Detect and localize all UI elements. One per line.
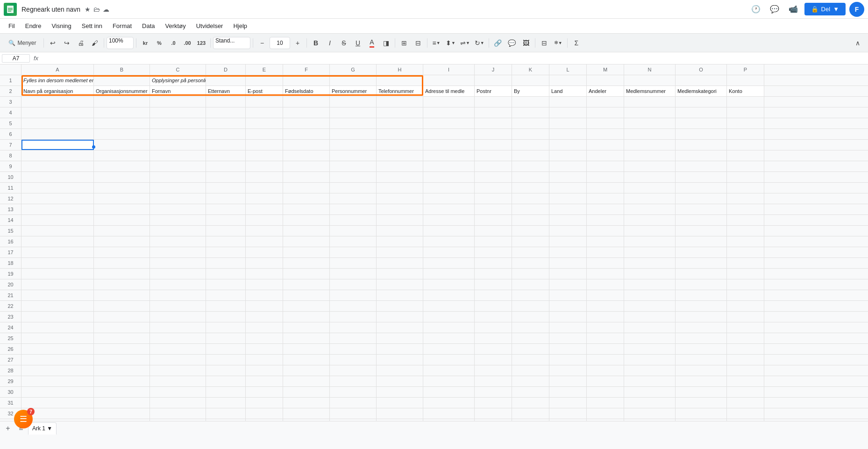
cell-N7[interactable] [624,140,676,150]
cell-P1[interactable] [727,75,764,86]
cell-M4[interactable] [587,107,624,118]
cell-H20[interactable] [377,279,423,290]
cell-K19[interactable] [512,269,549,279]
cell-M13[interactable] [587,204,624,214]
cell-O27[interactable] [676,355,727,365]
cell-I11[interactable] [423,183,475,193]
cell-I5[interactable] [423,118,475,128]
cell-J16[interactable] [475,236,512,247]
cell-M16[interactable] [587,236,624,247]
cell-A29[interactable] [21,376,94,386]
cell-C30[interactable] [150,387,206,397]
cell-B22[interactable] [94,301,150,311]
merge-button[interactable]: ⊟ [412,36,425,50]
cell-E16[interactable] [246,236,283,247]
cell-F21[interactable] [283,290,330,300]
menu-verktoy[interactable]: Verktøy [161,21,191,31]
cell-J9[interactable] [475,161,512,171]
cell-M8[interactable] [587,150,624,161]
cell-B8[interactable] [94,150,150,161]
formula-input[interactable] [42,55,866,62]
cell-D23[interactable] [206,312,246,322]
cell-C21[interactable] [150,290,206,300]
cell-E3[interactable] [246,97,283,107]
cell-P28[interactable] [727,365,764,376]
cell-C18[interactable] [150,258,206,268]
cell-F25[interactable] [283,333,330,343]
cell-B29[interactable] [94,376,150,386]
cell-E7[interactable] [246,140,283,150]
cell-M26[interactable] [587,344,624,354]
cell-N5[interactable] [624,118,676,128]
cell-P9[interactable] [727,161,764,171]
cell-N15[interactable] [624,226,676,236]
cell-P5[interactable] [727,118,764,128]
row-num-19[interactable]: 19 [0,269,21,279]
cell-D19[interactable] [206,269,246,279]
cell-M5[interactable] [587,118,624,128]
cell-D6[interactable] [206,129,246,139]
cell-C28[interactable] [150,365,206,376]
cell-O15[interactable] [676,226,727,236]
cell-I25[interactable] [423,333,475,343]
cell-I20[interactable] [423,279,475,290]
cell-P24[interactable] [727,322,764,333]
row-num-17[interactable]: 17 [0,247,21,257]
folder-icon[interactable]: 🗁 [93,6,100,13]
cell-N14[interactable] [624,215,676,225]
cell-D20[interactable] [206,279,246,290]
cell-G17[interactable] [330,247,377,257]
cell-A5[interactable] [21,118,94,128]
cell-C15[interactable] [150,226,206,236]
cell-F13[interactable] [283,204,330,214]
cell-E29[interactable] [246,376,283,386]
cell-I24[interactable] [423,322,475,333]
borders-button[interactable]: ⊞ [398,36,411,50]
col-header-O[interactable]: O [676,64,727,75]
cell-B23[interactable] [94,312,150,322]
cell-K15[interactable] [512,226,549,236]
cell-D16[interactable] [206,236,246,247]
cell-D5[interactable] [206,118,246,128]
cell-F7[interactable] [283,140,330,150]
cell-M24[interactable] [587,322,624,333]
cell-L8[interactable] [549,150,587,161]
decimal-inc-button[interactable]: .00 [181,36,194,50]
cell-H16[interactable] [377,236,423,247]
cell-A13[interactable] [21,204,94,214]
cell-E14[interactable] [246,215,283,225]
cell-I31[interactable] [423,398,475,408]
cell-H31[interactable] [377,398,423,408]
row-num-26[interactable]: 26 [0,344,21,354]
cell-F10[interactable] [283,172,330,182]
cell-B21[interactable] [94,290,150,300]
cell-N11[interactable] [624,183,676,193]
cell-B12[interactable] [94,193,150,204]
cell-O14[interactable] [676,215,727,225]
cell-C12[interactable] [150,193,206,204]
cell-L16[interactable] [549,236,587,247]
cell-B20[interactable] [94,279,150,290]
cell-J32[interactable] [475,408,512,419]
row-num-29[interactable]: 29 [0,376,21,386]
cell-N24[interactable] [624,322,676,333]
cell-G32[interactable] [330,408,377,419]
cell-L30[interactable] [549,387,587,397]
col-header-P[interactable]: P [727,64,764,75]
cell-A21[interactable] [21,290,94,300]
row-num-24[interactable]: 24 [0,322,21,333]
cell-E5[interactable] [246,118,283,128]
cell-E11[interactable] [246,183,283,193]
cell-J12[interactable] [475,193,512,204]
cell-F11[interactable] [283,183,330,193]
cell-J7[interactable] [475,140,512,150]
cell-I14[interactable] [423,215,475,225]
cell-M31[interactable] [587,398,624,408]
cell-J5[interactable] [475,118,512,128]
cell-D17[interactable] [206,247,246,257]
cell-G12[interactable] [330,193,377,204]
cell-A10[interactable] [21,172,94,182]
cell-A14[interactable] [21,215,94,225]
cell-P16[interactable] [727,236,764,247]
cell-O4[interactable] [676,107,727,118]
